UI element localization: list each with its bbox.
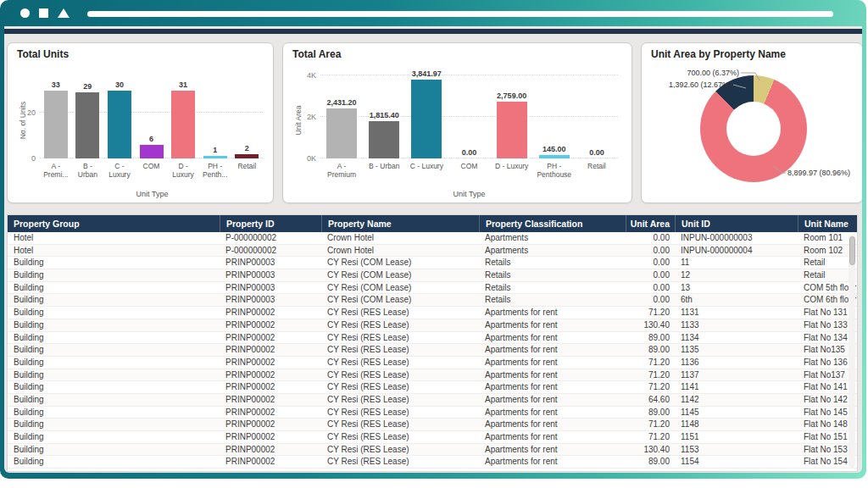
- table-row[interactable]: BuildingPRINP00002CY Resi (RES Lease)Apa…: [8, 381, 857, 394]
- bar[interactable]: [108, 91, 131, 158]
- table-row[interactable]: BuildingPRINP00002CY Resi (RES Lease)Apa…: [8, 407, 857, 419]
- table-cell: Apartments for rent: [479, 307, 626, 319]
- table-cell: CY Resi (RES Lease): [321, 369, 479, 381]
- table-cell: 1131: [675, 307, 798, 319]
- table-cell: Building: [8, 456, 220, 468]
- bar[interactable]: [411, 80, 442, 158]
- table-row[interactable]: BuildingPRINP00003CY Resi (COM Lease)Ret…: [8, 269, 857, 282]
- bar[interactable]: [203, 156, 227, 158]
- bar-group: 6COM: [136, 80, 168, 158]
- table-cell: P-000000002: [220, 232, 321, 244]
- bar[interactable]: [539, 155, 570, 158]
- donut-slice-label: 1,392.60 (12.67%): [643, 80, 732, 89]
- bar-data-label: 31: [179, 80, 187, 89]
- bar-data-label: 2,431.20: [327, 98, 357, 107]
- square-window-control-icon[interactable]: [39, 8, 48, 18]
- table-row[interactable]: BuildingPRINP00002CY Resi (RES Lease)Apa…: [8, 431, 857, 444]
- table-cell: Apartments for rent: [479, 456, 626, 468]
- table-row[interactable]: BuildingPRINP00002CY Resi (RES Lease)Apa…: [8, 357, 857, 369]
- column-header-property-name[interactable]: Property Name: [321, 215, 479, 232]
- table-row[interactable]: HotelP-000000002Crown HotelApartments0.0…: [8, 232, 857, 245]
- table-cell: 13: [675, 282, 798, 294]
- table-row[interactable]: BuildingPRINP00002CY Resi (RES Lease)Apa…: [8, 369, 857, 382]
- table-cell: CY Resi (COM Lease): [321, 294, 479, 306]
- table-cell: 71.20: [626, 381, 675, 393]
- x-tick-label: PH -Penthouse: [531, 162, 578, 179]
- table-cell: PRINP00002: [220, 307, 321, 319]
- column-header-unit-name[interactable]: Unit Name: [798, 215, 857, 232]
- bar-data-label: 30: [115, 80, 124, 89]
- column-header-unit-id[interactable]: Unit ID: [675, 215, 798, 232]
- table-row[interactable]: BuildingPRINP00002CY Resi (RES Lease)Apa…: [8, 444, 857, 457]
- table-cell: Building: [8, 419, 220, 430]
- bar-data-label: 0.00: [462, 148, 477, 157]
- bar[interactable]: [369, 121, 399, 158]
- table-row[interactable]: BuildingPRINP00002CY Resi (RES Lease)Apa…: [8, 456, 857, 469]
- table-cell: Apartments for rent: [479, 444, 626, 456]
- circle-window-control-icon[interactable]: [20, 8, 30, 18]
- bar-group: 33A -Premi...: [40, 80, 72, 158]
- table-cell: Building: [8, 431, 220, 443]
- table-cell: 1137: [675, 369, 798, 381]
- table-cell: 1134: [675, 332, 798, 344]
- address-bar[interactable]: [87, 11, 833, 17]
- table-cell: 64.60: [626, 394, 675, 406]
- bar[interactable]: [75, 92, 99, 158]
- table-cell: 71.20: [626, 357, 675, 369]
- table-row[interactable]: BuildingPRINP00002CY Resi (RES Lease)Apa…: [8, 307, 857, 319]
- scrollbar-thumb[interactable]: [849, 236, 855, 265]
- table-cell: PRINP00002: [220, 444, 321, 456]
- table-row[interactable]: BuildingPRINP00002CY Resi (RES Lease)Apa…: [8, 319, 857, 332]
- column-header-property-classification[interactable]: Property Classification: [479, 215, 626, 232]
- bar[interactable]: [44, 91, 68, 158]
- table-row[interactable]: BuildingPRINP00002CY Resi (RES Lease)Apa…: [8, 332, 857, 345]
- table-cell: Apartments for rent: [479, 319, 626, 331]
- table-row[interactable]: BuildingPRINP00002CY Resi (RES Lease)Apa…: [8, 419, 857, 431]
- table-cell: PRINP00003: [220, 269, 321, 281]
- table-cell: 71.20: [626, 431, 675, 443]
- x-tick-label: Retail: [573, 162, 620, 170]
- table-cell: Building: [8, 369, 220, 381]
- table-cell: 1145: [675, 407, 798, 419]
- column-header-property-id[interactable]: Property ID: [220, 215, 321, 232]
- triangle-window-control-icon[interactable]: [58, 8, 70, 18]
- table-cell: CY Resi (RES Lease): [321, 357, 479, 369]
- bar-group: 1,815.40B - Urban: [363, 69, 405, 158]
- table-row[interactable]: BuildingPRINP00002CY Resi (RES Lease)Apa…: [8, 394, 857, 407]
- table-cell: 89.00: [626, 456, 675, 468]
- table-cell: CY Resi (RES Lease): [321, 419, 479, 430]
- table-cell: Retails: [479, 294, 626, 306]
- y-tick-label: 0K: [307, 154, 316, 163]
- table-header-row: Property GroupProperty IDProperty NamePr…: [8, 215, 857, 232]
- table-row[interactable]: BuildingPRINP00003CY Resi (COM Lease)Ret…: [8, 257, 857, 269]
- donut-chart[interactable]: [700, 75, 807, 182]
- table-cell: CY Resi (COM Lease): [321, 257, 479, 269]
- table-cell: Building: [8, 407, 220, 419]
- table-cell: CY Resi (RES Lease): [321, 307, 479, 319]
- bar[interactable]: [326, 108, 357, 158]
- table-cell: Apartments for rent: [479, 431, 626, 443]
- table-scrollbar[interactable]: [849, 235, 855, 468]
- bar[interactable]: [140, 145, 164, 158]
- unit-area-by-property-name-card: Unit Area by Property Name 700.00 (6.37%…: [641, 42, 862, 203]
- table-cell: Apartments for rent: [479, 381, 626, 393]
- table-cell: CY Resi (RES Lease): [321, 456, 479, 468]
- x-tick-label: COM: [445, 162, 492, 170]
- bar[interactable]: [171, 91, 195, 158]
- table-cell: PRINP00003: [220, 294, 321, 306]
- table-cell: PRINP00002: [220, 394, 321, 406]
- bar[interactable]: [235, 154, 259, 158]
- y-tick-label: 4K: [307, 71, 316, 80]
- table-row[interactable]: HotelP-000000002Crown HotelApartments0.0…: [8, 245, 857, 258]
- table-cell: 89.00: [626, 332, 675, 344]
- column-header-property-group[interactable]: Property Group: [8, 215, 220, 232]
- table-row[interactable]: BuildingPRINP00002CY Resi (RES Lease)Apa…: [8, 344, 857, 357]
- column-header-unit-area[interactable]: Unit Area: [626, 215, 675, 232]
- table-cell: 0.00: [626, 282, 675, 294]
- title-bar: [0, 0, 866, 26]
- table-row[interactable]: BuildingPRINP00003CY Resi (COM Lease)Ret…: [8, 294, 857, 307]
- table-cell: Apartments for rent: [479, 344, 626, 356]
- bar[interactable]: [497, 102, 527, 158]
- table-row[interactable]: BuildingPRINP00003CY Resi (COM Lease)Ret…: [8, 282, 857, 295]
- bar-data-label: 1: [213, 146, 217, 154]
